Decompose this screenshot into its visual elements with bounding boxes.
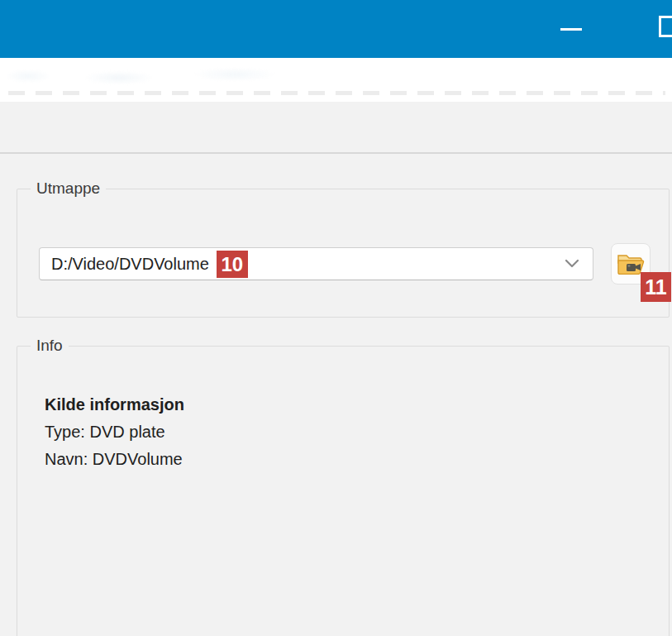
faded-toolbar-band	[0, 102, 672, 154]
faded-tab-row	[8, 91, 665, 95]
output-path-value: D:/Video/DVDVolume	[51, 255, 209, 274]
source-info-heading: Kilde informasjon	[45, 391, 184, 418]
source-info-block: Kilde informasjon Type: DVD plate Navn: …	[45, 391, 184, 473]
minimize-button[interactable]	[542, 0, 600, 58]
titlebar[interactable]	[0, 0, 672, 58]
maximize-button[interactable]	[659, 16, 672, 37]
minimize-icon	[560, 28, 582, 31]
source-info-type: Type: DVD plate	[45, 418, 184, 446]
output-path-combobox[interactable]: D:/Video/DVDVolume 10	[39, 247, 593, 280]
info-group: Info Kilde informasjon Type: DVD plate N…	[17, 346, 670, 636]
output-folder-group: Utmappe D:/Video/DVDVolume 10 11	[17, 189, 670, 318]
info-group-legend: Info	[31, 337, 69, 355]
faded-watermark	[3, 63, 350, 89]
chevron-down-icon[interactable]	[565, 259, 579, 269]
browse-folder-button[interactable]: 11	[611, 243, 651, 285]
annotation-badge-11: 11	[641, 272, 671, 302]
faded-menu-strip	[0, 58, 672, 102]
annotation-badge-10: 10	[217, 251, 248, 278]
source-info-name: Navn: DVDVolume	[45, 446, 184, 473]
application-window: Utmappe D:/Video/DVDVolume 10 11 Info Ki…	[0, 0, 672, 636]
output-folder-group-legend: Utmappe	[31, 179, 106, 198]
